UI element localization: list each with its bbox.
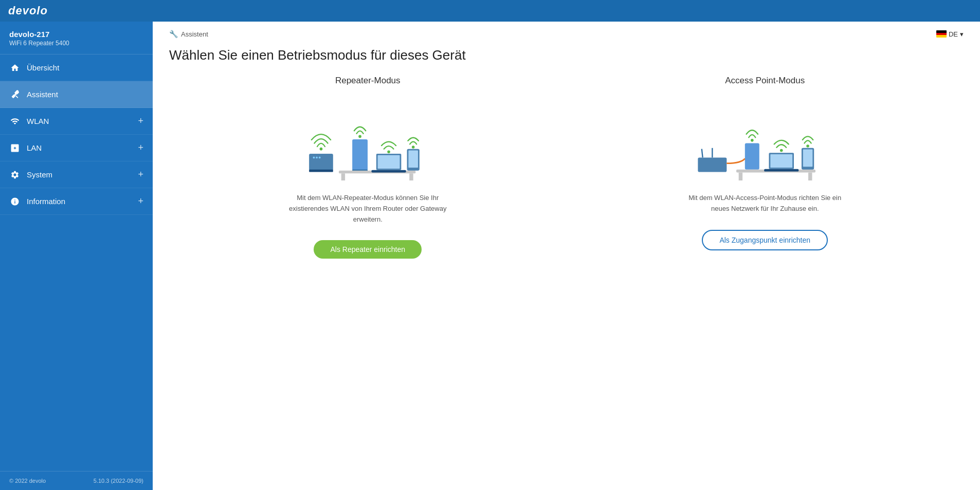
svg-rect-29 xyxy=(770,154,792,168)
svg-rect-28 xyxy=(764,169,798,172)
sidebar-label-lan: LAN xyxy=(27,143,138,152)
access-point-mode-title: Access Point-Modus xyxy=(725,76,805,86)
info-icon xyxy=(9,196,21,207)
svg-point-3 xyxy=(313,157,315,159)
svg-rect-6 xyxy=(352,139,368,171)
svg-rect-0 xyxy=(309,154,333,171)
sidebar-item-uebersicht[interactable]: Übersicht xyxy=(0,55,153,81)
wifi-icon xyxy=(9,116,21,127)
sidebar-label-wlan: WLAN xyxy=(27,117,138,125)
lan-icon xyxy=(9,142,21,154)
language-dropdown-icon: ▾ xyxy=(960,30,964,38)
svg-line-20 xyxy=(702,149,703,158)
main-layout: devolo-217 WiFi 6 Repeater 5400 Übersich… xyxy=(0,22,980,490)
svg-point-4 xyxy=(316,157,318,159)
svg-point-15 xyxy=(388,150,391,153)
footer-version: 5.10.3 (2022-09-09) xyxy=(94,478,143,484)
lan-expand-icon[interactable]: + xyxy=(138,142,143,153)
svg-point-8 xyxy=(359,135,362,138)
svg-rect-22 xyxy=(745,143,759,169)
sidebar-label-uebersicht: Übersicht xyxy=(27,63,143,72)
language-code: DE xyxy=(949,30,958,38)
svg-rect-19 xyxy=(698,157,727,172)
svg-point-2 xyxy=(320,148,323,151)
content-header: 🔧 Assistent DE ▾ xyxy=(153,22,980,38)
sidebar-item-assistent[interactable]: Assistent xyxy=(0,81,153,108)
wlan-expand-icon[interactable]: + xyxy=(138,116,143,126)
svg-point-18 xyxy=(412,146,415,149)
sidebar: devolo-217 WiFi 6 Repeater 5400 Übersich… xyxy=(0,22,153,490)
svg-rect-17 xyxy=(409,150,419,168)
page-title: Wählen Sie einen Betriebsmodus für diese… xyxy=(153,38,980,76)
svg-rect-14 xyxy=(378,155,400,169)
svg-rect-1 xyxy=(309,170,333,172)
footer-copyright: © 2022 devolo xyxy=(9,478,46,484)
access-point-setup-button[interactable]: Als Zugangspunkt einrichten xyxy=(702,230,828,250)
svg-point-23 xyxy=(751,139,754,142)
svg-point-5 xyxy=(319,157,321,159)
svg-point-30 xyxy=(780,149,783,152)
home-icon xyxy=(9,62,21,74)
device-info: devolo-217 WiFi 6 Repeater 5400 xyxy=(0,22,153,55)
repeater-mode-title: Repeater-Modus xyxy=(335,76,401,86)
topbar: devolo xyxy=(0,0,980,22)
language-selector[interactable]: DE ▾ xyxy=(936,30,964,38)
sidebar-item-system[interactable]: System + xyxy=(0,161,153,188)
devolo-logo: devolo xyxy=(8,4,48,17)
repeater-illustration xyxy=(296,98,440,180)
sidebar-item-lan[interactable]: LAN + xyxy=(0,135,153,161)
sidebar-label-information: Information xyxy=(27,197,138,206)
sidebar-item-wlan[interactable]: WLAN + xyxy=(0,108,153,135)
repeater-setup-button[interactable]: Als Repeater einrichten xyxy=(314,240,422,259)
repeater-mode-card: Repeater-Modus xyxy=(169,76,567,490)
sidebar-label-system: System xyxy=(27,170,138,179)
sidebar-label-assistent: Assistent xyxy=(27,90,143,99)
wrench-icon xyxy=(9,89,21,100)
sidebar-footer: © 2022 devolo 5.10.3 (2022-09-09) xyxy=(0,471,153,490)
breadcrumb-label: Assistent xyxy=(181,30,208,38)
svg-rect-26 xyxy=(808,172,812,180)
gear-icon xyxy=(9,169,21,180)
access-point-mode-card: Access Point-Modus xyxy=(567,76,964,490)
information-expand-icon[interactable]: + xyxy=(138,196,143,207)
svg-rect-10 xyxy=(341,173,345,180)
access-point-description: Mit dem WLAN-Access-Point-Modus richten … xyxy=(683,193,847,214)
modes-container: Repeater-Modus xyxy=(153,76,980,490)
svg-rect-13 xyxy=(372,170,406,173)
system-expand-icon[interactable]: + xyxy=(138,169,143,180)
repeater-description: Mit dem WLAN-Repeater-Modus können Sie I… xyxy=(285,193,450,225)
svg-rect-32 xyxy=(803,150,812,167)
content-area: 🔧 Assistent DE ▾ Wählen Sie einen Betrie… xyxy=(153,22,980,490)
device-model: WiFi 6 Repeater 5400 xyxy=(9,40,143,47)
device-name: devolo-217 xyxy=(9,30,143,39)
svg-rect-11 xyxy=(409,173,413,180)
breadcrumb: 🔧 Assistent xyxy=(169,30,208,38)
german-flag xyxy=(936,30,947,38)
access-point-illustration xyxy=(693,98,837,180)
svg-rect-25 xyxy=(738,172,742,180)
sidebar-item-information[interactable]: Information + xyxy=(0,188,153,215)
breadcrumb-wrench-icon: 🔧 xyxy=(169,30,178,38)
svg-point-33 xyxy=(806,144,809,148)
